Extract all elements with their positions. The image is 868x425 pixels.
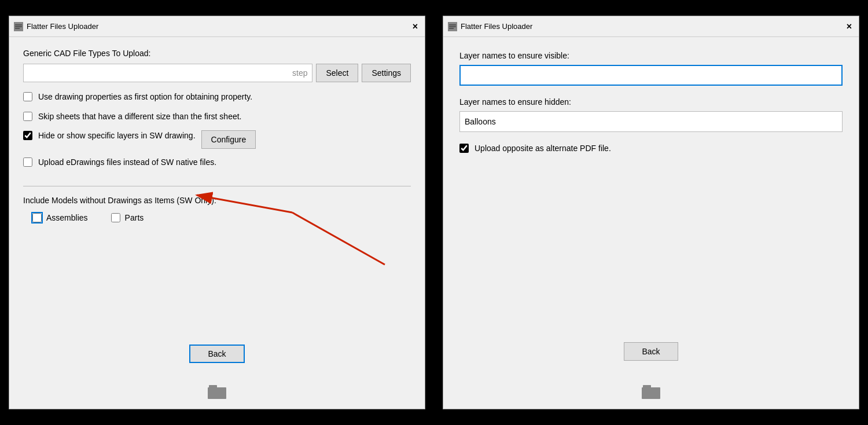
svg-rect-12	[449, 28, 454, 29]
svg-rect-1	[15, 24, 22, 25]
back-button-row: Back	[23, 345, 411, 363]
checkbox-row-3: Hide or show specific layers in SW drawi…	[23, 130, 411, 149]
svg-rect-3	[15, 28, 20, 29]
assemblies-checkbox[interactable]	[32, 213, 42, 222]
models-label: Include Models without Drawings as Items…	[23, 196, 411, 205]
visible-input[interactable]	[459, 65, 843, 86]
file-type-input[interactable]	[23, 64, 312, 82]
file-types-label: Generic CAD File Types To Upload:	[23, 49, 411, 58]
checkbox-1[interactable]	[23, 92, 32, 101]
svg-rect-10	[449, 24, 456, 25]
left-footer-icon	[208, 385, 226, 401]
right-window-content: Layer names to ensure visible: Layer nam…	[443, 37, 859, 380]
spacer	[459, 161, 843, 342]
checkbox-4-label[interactable]: Upload eDrawings files instead of SW nat…	[38, 157, 216, 168]
file-type-row: Select Settings	[23, 64, 411, 82]
right-back-button[interactable]: Back	[624, 342, 678, 361]
right-window-icon	[448, 22, 457, 31]
checkbox-3-label[interactable]: Hide or show specific layers in SW drawi…	[38, 130, 196, 142]
right-close-button[interactable]: ×	[844, 22, 854, 31]
checkbox-row-4: Upload eDrawings files instead of SW nat…	[23, 157, 411, 168]
checkbox-2-label[interactable]: Skip sheets that have a different size t…	[38, 111, 242, 123]
parts-checkbox-item: Parts	[111, 213, 144, 222]
parts-checkbox[interactable]	[111, 213, 120, 222]
opposite-checkbox-row: Upload opposite as alternate PDF file.	[459, 144, 843, 153]
opposite-checkbox[interactable]	[459, 144, 469, 153]
assemblies-label[interactable]: Assemblies	[46, 213, 88, 222]
right-titlebar: Flatter Files Uploader ×	[443, 16, 859, 37]
left-close-button[interactable]: ×	[410, 22, 420, 31]
settings-button[interactable]: Settings	[362, 64, 411, 82]
divider	[23, 186, 411, 186]
checkbox-row-2: Skip sheets that have a different size t…	[23, 111, 411, 123]
checkbox-row-1: Use drawing properties as first option f…	[23, 91, 411, 103]
opposite-checkbox-label[interactable]: Upload opposite as alternate PDF file.	[475, 144, 611, 153]
checkbox-4[interactable]	[23, 157, 32, 167]
hidden-label: Layer names to ensure hidden:	[459, 97, 843, 107]
svg-rect-13	[642, 387, 660, 399]
svg-rect-5	[209, 385, 217, 389]
left-back-button[interactable]: Back	[189, 345, 244, 363]
select-button[interactable]: Select	[316, 64, 358, 82]
right-back-button-row: Back	[459, 342, 843, 361]
hidden-input[interactable]	[459, 111, 843, 132]
svg-rect-11	[449, 26, 456, 27]
checkbox-1-label[interactable]: Use drawing properties as first option f…	[38, 91, 252, 103]
left-footer	[9, 380, 425, 409]
checkbox-3[interactable]	[23, 131, 32, 140]
left-window-icon	[14, 22, 23, 31]
svg-rect-2	[15, 26, 22, 27]
right-footer	[443, 380, 859, 409]
right-footer-icon	[642, 385, 660, 401]
checkbox-2[interactable]	[23, 112, 32, 121]
configure-button[interactable]: Configure	[201, 130, 256, 149]
assemblies-checkbox-item: Assemblies	[32, 213, 88, 222]
svg-rect-4	[208, 387, 226, 399]
left-window-content: Generic CAD File Types To Upload: Select…	[9, 37, 425, 380]
left-window: Flatter Files Uploader × Generic CAD Fil…	[9, 16, 425, 409]
left-window-title: Flatter Files Uploader	[27, 22, 407, 31]
left-titlebar: Flatter Files Uploader ×	[9, 16, 425, 37]
models-checkboxes: Assemblies Parts	[32, 213, 411, 222]
right-window: Flatter Files Uploader × Layer names to …	[443, 16, 859, 409]
visible-label: Layer names to ensure visible:	[459, 51, 843, 60]
right-window-title: Flatter Files Uploader	[461, 22, 841, 31]
parts-label[interactable]: Parts	[125, 213, 144, 222]
svg-rect-14	[643, 385, 651, 389]
